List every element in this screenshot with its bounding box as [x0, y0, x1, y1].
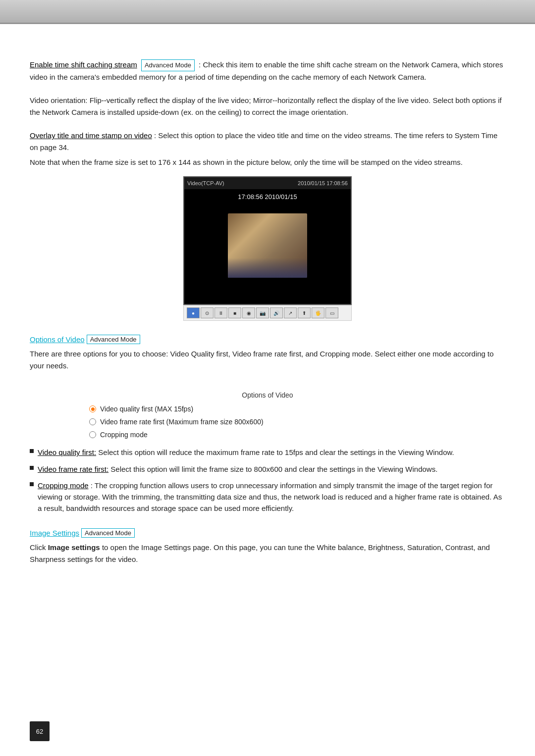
bullet-cropping-mode: Cropping mode : The cropping function al…	[30, 480, 505, 514]
options-of-video-title: Options of Video	[30, 391, 505, 399]
advanced-mode-badge-1: Advanced Mode	[141, 59, 195, 72]
video-inner-frame	[228, 213, 307, 278]
bullets-container: Video quality first: Select this option …	[30, 447, 505, 514]
overlay-link: Overlay title and time stamp on video	[30, 131, 152, 140]
video-player-frame: Video(TCP-AV) 2010/01/15 17:08:56 17:08:…	[183, 176, 352, 305]
radio-cropping-circle	[89, 431, 96, 438]
bullet-quality-text: Video quality first: Select this option …	[38, 447, 454, 458]
bullet-framerate-link[interactable]: Video frame rate first:	[38, 465, 108, 473]
bullet-framerate-desc: Select this option will limit the frame …	[110, 465, 437, 473]
image-settings-description: Click Image settings to open the Image S…	[30, 542, 505, 565]
video-timestamp-bar: 2010/01/15 17:08:56	[298, 180, 348, 186]
image-settings-bold: Image settings	[48, 543, 100, 552]
options-of-video-box: Options of Video Video quality first (MA…	[30, 391, 505, 439]
ctrl-stop[interactable]: ■	[228, 307, 241, 318]
bullet-cropping-link[interactable]: Cropping mode	[38, 481, 89, 490]
section-options-video: Options of Video Advanced Mode There are…	[30, 335, 505, 514]
radio-quality-label: Video quality first (MAX 15fps)	[100, 405, 193, 413]
bullet-framerate-text: Video frame rate first: Select this opti…	[38, 463, 437, 475]
bullet-square-3	[30, 482, 34, 486]
bullet-cropping-desc: : The cropping function allows users to …	[38, 481, 502, 513]
section-time-shift: Enable time shift caching stream Advance…	[30, 59, 505, 321]
radio-framerate-circle	[89, 418, 96, 425]
radio-quality-circle	[89, 405, 96, 412]
top-bar	[0, 0, 535, 24]
ctrl-snapshot[interactable]: 📷	[256, 307, 269, 318]
bullet-quality-first: Video quality first: Select this option …	[30, 447, 505, 458]
bullet-square-2	[30, 466, 34, 470]
video-overlay-text: 17:08:56 2010/01/15	[184, 193, 351, 201]
page-content: Enable time shift caching stream Advance…	[0, 39, 535, 609]
ctrl-rect[interactable]: ▭	[325, 307, 338, 318]
ctrl-audio[interactable]: 🔊	[270, 307, 283, 318]
ctrl-pause[interactable]: ⏸	[214, 307, 227, 318]
image-settings-link[interactable]: Image Settings	[30, 529, 79, 537]
ctrl-up[interactable]: ⬆	[298, 307, 311, 318]
time-shift-link[interactable]: Enable time shift caching stream	[30, 60, 137, 69]
radio-cropping[interactable]: Cropping mode	[89, 431, 505, 439]
video-title-bar: Video(TCP-AV) 2010/01/15 17:08:56	[184, 177, 351, 189]
options-video-description: There are three options for you to choos…	[30, 348, 505, 372]
radio-cropping-label: Cropping mode	[100, 431, 148, 439]
radio-frame-rate[interactable]: Video frame rate first (Maximum frame si…	[89, 418, 505, 426]
radio-video-quality[interactable]: Video quality first (MAX 15fps)	[89, 405, 505, 413]
frame-size-note: Note that when the frame size is set to …	[30, 156, 505, 168]
bullet-framerate-first: Video frame rate first: Select this opti…	[30, 463, 505, 475]
image-settings-desc-prefix: Click	[30, 543, 48, 552]
advanced-mode-badge-2: Advanced Mode	[87, 335, 140, 344]
overlay-paragraph: Overlay title and time stamp on video : …	[30, 130, 505, 153]
bullet-square-1	[30, 449, 34, 453]
ctrl-record[interactable]: ●	[187, 307, 200, 318]
bullet-cropping-text: Cropping mode : The cropping function al…	[38, 480, 505, 514]
video-title: Video(TCP-AV)	[187, 180, 224, 186]
radio-framerate-label: Video frame rate first (Maximum frame si…	[100, 418, 264, 426]
video-screenshot-container: Video(TCP-AV) 2010/01/15 17:08:56 17:08:…	[30, 176, 505, 321]
bullet-quality-desc: Select this option will reduce the maxim…	[98, 448, 454, 456]
ctrl-rec2[interactable]: ◉	[242, 307, 255, 318]
bullet-quality-link[interactable]: Video quality first:	[38, 448, 96, 456]
image-settings-header-line: Image Settings Advanced Mode	[30, 528, 505, 538]
options-video-link[interactable]: Options of Video	[30, 335, 85, 344]
options-header-line: Options of Video Advanced Mode	[30, 335, 505, 344]
advanced-mode-badge-3: Advanced Mode	[81, 528, 135, 538]
ctrl-zoom[interactable]: ⊙	[201, 307, 214, 318]
section-image-settings: Image Settings Advanced Mode Click Image…	[30, 528, 505, 565]
video-orientation-paragraph: Video orientation: Flip--vertically refl…	[30, 95, 505, 118]
time-shift-paragraph: Enable time shift caching stream Advance…	[30, 59, 505, 83]
ctrl-ptz[interactable]: ↗	[284, 307, 297, 318]
ctrl-hand[interactable]: 🖐	[312, 307, 324, 318]
video-controls-bar: ● ⊙ ⏸ ■ ◉ 📷 🔊 ↗ ⬆ 🖐 ▭	[183, 305, 352, 321]
page-number: 62	[30, 721, 50, 741]
